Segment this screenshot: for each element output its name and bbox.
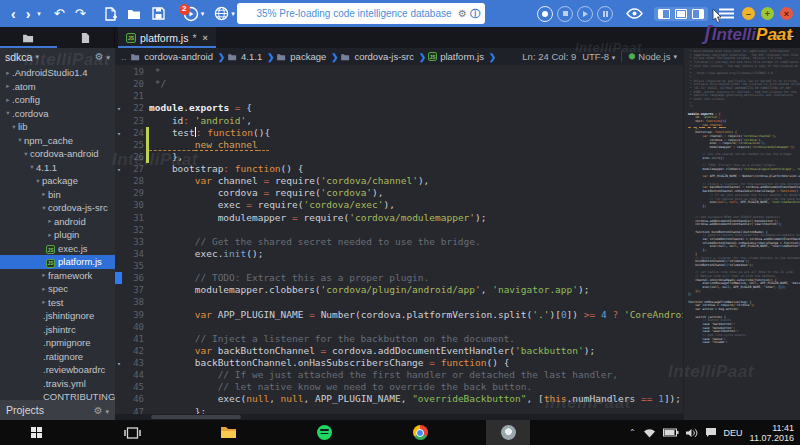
tree-item-4-1-1[interactable]: ▾4.1.1 [0,161,115,175]
code-line-26[interactable]: 26 }, [115,151,683,163]
code-line-35[interactable]: 35 [115,260,683,272]
toggle-bottom-panel-button[interactable] [675,9,687,19]
browser-preview-button[interactable]: ▾ [209,3,240,25]
line-number[interactable]: 23 [115,115,149,127]
line-number[interactable]: 19 [115,66,149,78]
line-number[interactable]: 45 [115,381,149,393]
volume-icon[interactable] [686,428,698,438]
notification-info-icon[interactable]: ⓘ [470,7,480,21]
tree-item-lib[interactable]: ▾lib [0,120,115,134]
line-number[interactable]: 36 [115,272,149,284]
history-dropdown-icon[interactable]: ▾ [37,10,41,18]
tree-item-contributing-md[interactable]: CONTRIBUTING.md [0,390,115,400]
chevron-down-icon[interactable]: ▾ [34,177,42,185]
line-number[interactable]: 35 [115,260,149,272]
tree-item-android[interactable]: ▸android [0,215,115,229]
macro-pause-button[interactable] [597,6,613,22]
code-line-37[interactable]: 37 modulemapper.clobbers('cordova/plugin… [115,284,683,296]
line-number[interactable]: 44 [115,369,149,381]
forward-button[interactable]: › [21,3,36,25]
tree-item--ratignore[interactable]: .ratignore [0,350,115,364]
chevron-right-icon[interactable]: ▸ [40,271,48,279]
code-line-36[interactable]: 36 // TODO: Extract this as a proper plu… [115,272,683,284]
macro-play-button[interactable] [577,6,593,22]
tab-close-icon[interactable]: × [203,33,208,43]
chevron-down-icon[interactable]: ▾ [22,150,30,158]
back-button[interactable]: ‹ [6,3,21,25]
code-line-43[interactable]: 43▾ backButtonChannel.onHasSubscribersCh… [115,357,683,369]
code-line-38[interactable]: 38 [115,296,683,308]
tree-item--travis-yml[interactable]: .travis.yml [0,377,115,391]
tree-item--npmignore[interactable]: .npmignore [0,336,115,350]
battery-icon[interactable] [663,428,679,437]
new-tab-button[interactable]: + [787,30,794,44]
encoding-selector[interactable]: UTF-8 ▾ [582,51,615,62]
debug-button[interactable]: 2 ▾ [178,3,210,25]
code-line-40[interactable]: 40 [115,321,683,333]
code-line-24[interactable]: 24▾ test: function(){ [115,127,683,139]
chevron-right-icon[interactable]: ▸ [46,231,54,239]
code-line-47[interactable]: 47 }; [115,406,683,415]
undo-button[interactable]: ↶ [49,3,70,25]
line-number[interactable]: 46 [115,393,149,405]
code-line-44[interactable]: 44 // If we just attached the first hand… [115,369,683,381]
open-file-button[interactable] [122,3,147,25]
breadcrumb-ellipsis[interactable]: .. [121,51,126,62]
code-line-19[interactable]: 19 * [115,66,683,78]
tree-item--jshintrc[interactable]: .jshintrc [0,323,115,337]
minimize-button[interactable]: – [742,7,755,20]
code-line-20[interactable]: 20 */ [115,78,683,90]
toggle-left-panel-button[interactable] [658,9,670,19]
open-files-panel-tab[interactable] [57,27,114,48]
chevron-right-icon[interactable]: ▸ [46,217,54,225]
debug-dropdown-icon[interactable]: ▾ [201,10,205,17]
line-number[interactable]: 31 [115,212,149,224]
line-number[interactable]: 27▾ [115,163,149,175]
code-line-23[interactable]: 23 id: 'android', [115,115,683,127]
code-line-29[interactable]: 29 cordova = require('cordova'), [115,187,683,199]
redo-button[interactable]: ↷ [70,3,91,25]
tree-item-plugin[interactable]: ▸plugin [0,228,115,242]
places-panel-tab[interactable] [0,27,57,48]
code-line-39[interactable]: 39 var APP_PLUGIN_NAME = Number(cordova.… [115,309,683,321]
tree-item--androidstudio1-4[interactable]: ▸.AndroidStudio1.4 [0,66,115,80]
maximize-button[interactable]: + [761,7,774,20]
browser-dropdown-icon[interactable]: ▾ [231,10,235,17]
projects-gear-icon[interactable]: ⚙ ▾ [94,405,109,416]
line-number[interactable]: 21 [115,90,149,102]
tree-item-cordova-js-src[interactable]: ▾cordova-js-src [0,201,115,215]
line-number[interactable]: 24▾ [115,127,149,139]
chevron-right-icon[interactable]: ▸ [40,298,48,306]
chevron-down-icon[interactable]: ▾ [16,136,24,144]
editor-tab-platformjs[interactable]: JS platform.js * × [118,27,216,48]
line-number[interactable]: 26 [115,151,149,163]
tree-item-platform-js[interactable]: JSplatform.js [0,255,115,269]
chevron-right-icon[interactable]: ▸ [4,69,12,77]
file-explorer-button[interactable] [206,420,250,445]
code-line-30[interactable]: 30 exec = require('cordova/exec'), [115,199,683,211]
tree-item-cordova-android[interactable]: ▾cordova-android [0,147,115,161]
chevron-right-icon[interactable]: ▸ [4,82,12,90]
tab-list-dropdown-icon[interactable]: ▾ [775,32,779,41]
code-line-34[interactable]: 34 exec.init(); [115,248,683,260]
line-number[interactable]: 41 [115,333,149,345]
code-line-41[interactable]: 41 // Inject a listener for the backbutt… [115,333,683,345]
tree-item-npm-cache[interactable]: ▾npm_cache [0,134,115,148]
code-line-46[interactable]: 46 exec(null, null, APP_PLUGIN_NAME, "ov… [115,393,683,405]
chevron-down-icon[interactable]: ▾ [4,109,12,117]
places-gear-icon[interactable]: ⚙ ▾ [95,51,110,62]
line-number[interactable]: 43▾ [115,357,149,369]
wifi-icon[interactable] [643,428,656,438]
line-number[interactable]: 20 [115,78,149,90]
breadcrumb-folder[interactable]: cordova-android [130,51,213,62]
chevron-right-icon[interactable]: ▸ [40,285,48,293]
line-number[interactable]: 38 [115,296,149,308]
line-number[interactable]: 42 [115,345,149,357]
toggle-right-panel-button[interactable] [692,9,704,19]
chevron-right-icon[interactable]: ▸ [4,96,12,104]
places-root-caret-icon[interactable]: ▾ [35,53,39,61]
task-view-button[interactable] [110,420,154,445]
language-selector[interactable]: ⬢Node.js ▾ [628,51,677,62]
code-line-42[interactable]: 42 var backButtonChannel = cordova.addDo… [115,345,683,357]
new-file-button[interactable] [99,3,122,25]
